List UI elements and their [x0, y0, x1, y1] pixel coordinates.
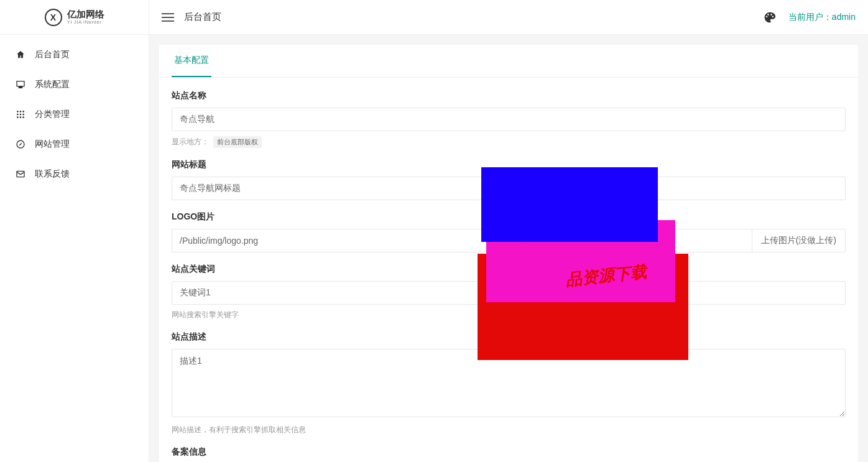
keywords-input[interactable]	[172, 281, 846, 305]
site-name-label: 站点名称	[172, 90, 846, 101]
sidebar-item-label: 分类管理	[35, 109, 70, 120]
sidebar-item-website[interactable]: 网站管理	[0, 129, 149, 159]
grid-icon	[15, 109, 26, 120]
svg-point-3	[17, 114, 19, 116]
monitor-icon	[15, 79, 26, 90]
sidebar: X 亿加网络 YI JIA iNenter 后台首页 系统配置 分类管理 网站管…	[0, 0, 149, 462]
home-icon	[15, 49, 26, 60]
site-name-help-tag: 前台底部版权	[213, 136, 262, 148]
svg-point-2	[22, 111, 24, 113]
logo-input[interactable]	[172, 229, 752, 252]
logo-text: 亿加网络	[67, 9, 104, 20]
description-label: 站点描述	[172, 331, 846, 343]
sidebar-item-label: 系统配置	[35, 79, 70, 90]
sidebar-item-label: 网站管理	[35, 139, 70, 150]
current-user[interactable]: 当前用户：admin	[788, 11, 856, 23]
svg-point-0	[17, 111, 19, 113]
sidebar-item-label: 联系反馈	[35, 169, 70, 180]
sidebar-item-feedback[interactable]: 联系反馈	[0, 159, 149, 189]
config-card: 基本配置 站点名称 显示地方： 前台底部版权 网站标题	[159, 45, 858, 462]
compass-icon	[15, 139, 26, 150]
sidebar-item-home[interactable]: 后台首页	[0, 40, 149, 70]
user-label: 当前用户：	[788, 12, 832, 22]
field-site-name: 站点名称 显示地方： 前台底部版权	[172, 90, 846, 148]
field-description: 站点描述 描述1 网站描述，有利于搜索引擎抓取相关信息	[172, 331, 846, 435]
header: 后台首页 当前用户：admin	[149, 0, 868, 35]
sidebar-item-config[interactable]: 系统配置	[0, 70, 149, 99]
site-title-input[interactable]	[172, 177, 846, 200]
keywords-help: 网站搜索引擎关键字	[172, 310, 846, 320]
svg-point-5	[22, 114, 24, 116]
logo-mark: X	[45, 9, 62, 26]
field-logo: LOGO图片 上传图片(没做上传)	[172, 211, 846, 252]
site-title-label: 网站标题	[172, 159, 846, 170]
logo-label: LOGO图片	[172, 211, 846, 223]
svg-point-7	[20, 116, 22, 118]
site-name-help: 显示地方： 前台底部版权	[172, 136, 846, 148]
tab-basic-config[interactable]: 基本配置	[172, 45, 211, 77]
site-name-input[interactable]	[172, 108, 846, 131]
tabs: 基本配置	[159, 45, 858, 78]
sidebar-item-category[interactable]: 分类管理	[0, 99, 149, 129]
field-keywords: 站点关键词 网站搜索引擎关键字	[172, 264, 846, 320]
icp-label: 备案信息	[172, 446, 846, 458]
menu-toggle-button[interactable]	[162, 12, 174, 22]
logo-subtitle: YI JIA iNenter	[67, 19, 104, 25]
mail-icon	[15, 169, 26, 180]
keywords-label: 站点关键词	[172, 264, 846, 275]
upload-image-button[interactable]: 上传图片(没做上传)	[752, 229, 846, 252]
sidebar-item-label: 后台首页	[35, 49, 70, 60]
description-textarea[interactable]: 描述1	[172, 349, 846, 417]
nav: 后台首页 系统配置 分类管理 网站管理 联系反馈	[0, 35, 149, 189]
svg-point-6	[17, 116, 19, 118]
svg-point-4	[20, 114, 22, 116]
user-name: admin	[832, 12, 856, 22]
svg-point-8	[22, 116, 24, 118]
breadcrumb: 后台首页	[184, 11, 221, 23]
logo[interactable]: X 亿加网络 YI JIA iNenter	[0, 0, 149, 35]
field-icp: 备案信息	[172, 446, 846, 462]
svg-point-1	[20, 111, 22, 113]
main: 基本配置 站点名称 显示地方： 前台底部版权 网站标题	[149, 0, 868, 462]
field-site-title: 网站标题	[172, 159, 846, 200]
config-form: 站点名称 显示地方： 前台底部版权 网站标题 LOGO图片	[159, 78, 858, 462]
description-help: 网站描述，有利于搜索引擎抓取相关信息	[172, 425, 846, 435]
theme-icon[interactable]	[764, 11, 776, 24]
